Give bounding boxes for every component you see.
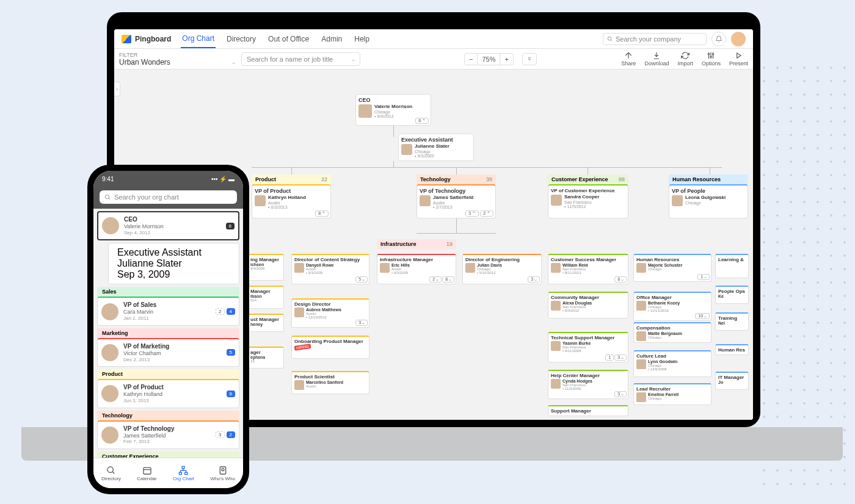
support-mgr-card[interactable]: Support Manager	[548, 405, 628, 416]
help-center-card[interactable]: Help Center Manager Cynda HodgesSan Fran…	[548, 370, 628, 399]
dept-header-cx[interactable]: Customer Experience88	[548, 175, 628, 184]
badge[interactable]: 8	[227, 391, 235, 397]
present-button[interactable]: Present	[729, 51, 748, 67]
vp-product-card[interactable]: VP of Product Kathryn HollandAustin• 6/3…	[252, 184, 331, 218]
vp-hr-card[interactable]: VP of People Leona GulgowskiChicago	[669, 184, 748, 218]
badge[interactable]: 3 ⌵	[355, 320, 368, 326]
side-panel-toggle[interactable]: ›	[114, 82, 120, 96]
count-badge[interactable]: 2 ⌃	[480, 211, 493, 217]
nav-out-of-office[interactable]: Out of Office	[267, 31, 310, 48]
import-button[interactable]: Import	[677, 51, 693, 67]
badge[interactable]: 3 ⌵	[614, 391, 627, 397]
count-badge[interactable]: 8 ⌃	[415, 118, 429, 124]
content-strategy-card[interactable]: Director of Content Strategy Danyell Row…	[291, 254, 369, 284]
connector	[417, 233, 496, 234]
badge[interactable]: 5 ⌵	[355, 276, 368, 283]
badge[interactable]: 8 ⌵	[442, 276, 454, 283]
badge[interactable]: 3 ⌵	[528, 276, 540, 283]
ceo-card[interactable]: CEO Valerie Morrison Chicago • 9/4/2012 …	[355, 94, 431, 126]
partial-card[interactable]: ager ephens 13	[247, 347, 284, 369]
avatar	[551, 263, 561, 273]
download-icon	[652, 51, 661, 60]
svg-rect-15	[182, 466, 184, 468]
vp-technology-card[interactable]: VP of Technology James SatterfieldAustin…	[417, 184, 496, 218]
tab-org-chart[interactable]: Org Chart	[173, 466, 194, 481]
design-director-card[interactable]: Design Director Aubree MatthewsAustin• 1…	[291, 298, 369, 328]
badge[interactable]: 2	[227, 431, 235, 438]
count-badge[interactable]: 3 ⌃	[465, 211, 479, 217]
zoom-in-button[interactable]: +	[500, 54, 512, 65]
badge[interactable]: 8 ⌵	[614, 276, 627, 283]
badge[interactable]: 4	[227, 308, 235, 315]
partial-card[interactable]: uct Manager heney	[247, 314, 284, 332]
csm-card[interactable]: Customer Success Manager William ReidSan…	[548, 254, 628, 284]
phone-vp-technology-card[interactable]: VP of TechnologyJames SatterfieldFeb 7, …	[97, 420, 239, 449]
community-mgr-card[interactable]: Community Manager Alexa DouglasSan Franc…	[548, 292, 628, 319]
office-mgr-card[interactable]: Office Manager Bethanie KozeyChicago• 11…	[633, 292, 711, 321]
learning-card[interactable]: Learning &	[715, 254, 749, 278]
infra-manager-card[interactable]: Infrastructure Manager Eric HillsAustin•…	[377, 254, 456, 284]
nav-admin[interactable]: Admin	[320, 31, 343, 48]
dept-header-product[interactable]: Product22	[252, 175, 331, 184]
ea-card[interactable]: Executive Assistant Julianne Slater Chic…	[398, 134, 474, 161]
product-scientist-card[interactable]: Product Scientist Marcelino SanfordAusti…	[291, 371, 369, 394]
user-avatar[interactable]	[731, 32, 746, 46]
svg-rect-16	[180, 472, 182, 474]
badge[interactable]: 1 ⌵	[697, 274, 710, 280]
options-button[interactable]: Options	[702, 51, 721, 67]
nav-directory[interactable]: Directory	[225, 31, 257, 48]
search-icon	[607, 36, 613, 42]
dept-header-technology[interactable]: Technology38	[417, 175, 496, 184]
phone-ceo-card[interactable]: CEOValerie MorrisonSep 4, 2012 8	[97, 211, 239, 240]
dept-header-infrastructure[interactable]: Infrastructure19	[377, 239, 456, 249]
dept-header-hr[interactable]: Human Resources	[669, 175, 748, 184]
tab-whos-who[interactable]: Who's Who	[210, 466, 235, 481]
phone-ea-card[interactable]: Executive AssistantJulianne SlaterSep 3,…	[108, 243, 239, 284]
onboarding-pm-card[interactable]: Onboarding Product Manager HIRING	[291, 336, 369, 359]
expand-button[interactable]	[522, 53, 537, 65]
badge[interactable]: 3 ⌵	[614, 355, 627, 361]
compensation-card[interactable]: Compensation Mallie BergnaumChicago	[633, 322, 711, 343]
tab-calendar[interactable]: Calendar	[137, 466, 156, 481]
search-company-input[interactable]: Search your company	[603, 33, 707, 45]
badge[interactable]: 3	[216, 431, 224, 438]
human-res-card[interactable]: Human Res	[715, 344, 749, 355]
phone-tab-bar: Directory Calendar Org Chart Who's Who	[93, 458, 243, 488]
nav-org-chart[interactable]: Org Chart	[181, 30, 216, 48]
partial-card[interactable]: ing Manager ichsen 9/4/2009	[247, 254, 284, 281]
it-mgr-card[interactable]: IT Manager Jo	[715, 372, 749, 390]
nav-help[interactable]: Help	[353, 31, 371, 48]
phone-search-input[interactable]: Search your org chart	[100, 190, 237, 204]
svg-point-23	[222, 468, 224, 470]
connector	[291, 167, 292, 175]
share-button[interactable]: Share	[621, 51, 636, 67]
badge[interactable]: 2 ⌵	[429, 276, 442, 283]
connector	[393, 161, 394, 167]
card-title: Executive Assistant	[401, 137, 471, 143]
tab-directory[interactable]: Directory	[101, 466, 121, 481]
download-button[interactable]: Download	[644, 51, 669, 67]
badge[interactable]: 5	[227, 349, 235, 356]
phone-vp-sales-card[interactable]: VP of SalesCara MarvinJan 2, 2011 24	[97, 297, 239, 325]
partial-card[interactable]: Manager ibson 014	[247, 286, 284, 309]
badge[interactable]: 8	[226, 223, 235, 229]
brand-name: Pingboard	[135, 35, 171, 43]
dir-engineering-card[interactable]: Director of Engineering Julian DavisChic…	[462, 254, 542, 284]
badge[interactable]: 2	[216, 308, 224, 315]
hr-card[interactable]: Human Resources Majorie SchusterChicago …	[633, 254, 711, 282]
search-name-input[interactable]: Search for a name or job title ⌵	[241, 52, 360, 66]
phone-vp-marketing-card[interactable]: VP of MarketingVictor ChathamDec 2, 2013…	[97, 338, 239, 367]
count-badge[interactable]: 8 ⌃	[315, 211, 329, 217]
badge[interactable]: 10 ⌵	[695, 313, 710, 319]
zoom-out-button[interactable]: −	[465, 54, 478, 65]
people-ops-card[interactable]: People Ops Ke	[715, 286, 749, 304]
phone-vp-product-card[interactable]: VP of ProductKathryn HollandJun 3, 2013 …	[97, 379, 239, 408]
badge[interactable]: 1	[605, 355, 614, 361]
training-card[interactable]: Training Nel	[715, 312, 749, 331]
vp-cx-card[interactable]: VP of Customer Experience Sandra CooperS…	[548, 184, 628, 218]
lead-recruiter-card[interactable]: Lead Recruiter Emeline FarrellChicago	[633, 383, 711, 405]
filter-dropdown[interactable]: FILTER Urban Wonders⌵	[119, 52, 235, 67]
notifications-button[interactable]	[711, 32, 726, 46]
tech-support-card[interactable]: Technical Support Manager Yasmin BurkeSa…	[548, 332, 628, 362]
culture-lead-card[interactable]: Culture Lead Lynn GoodwinChicago• 12/9/2…	[633, 350, 711, 377]
